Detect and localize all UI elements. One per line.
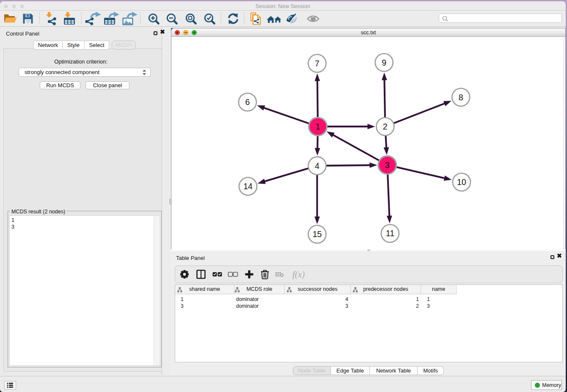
svg-text:3: 3 — [385, 160, 390, 170]
svg-text:1: 1 — [316, 122, 320, 131]
svg-text:6: 6 — [245, 97, 250, 107]
svg-text:9: 9 — [382, 58, 386, 67]
svg-text:f(x): f(x) — [292, 269, 305, 279]
svg-text:2: 2 — [383, 122, 388, 131]
svg-text:10: 10 — [457, 177, 466, 187]
svg-text:11: 11 — [386, 229, 394, 238]
svg-text:7: 7 — [315, 59, 319, 68]
svg-text:4: 4 — [315, 161, 319, 171]
svg-text:14: 14 — [243, 182, 253, 191]
svg-text:15: 15 — [313, 229, 322, 239]
svg-text:8: 8 — [459, 93, 463, 102]
